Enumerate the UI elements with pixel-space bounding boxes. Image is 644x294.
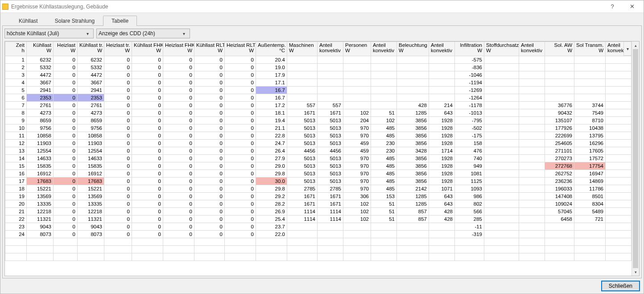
cell-temp[interactable]: 22.8: [256, 132, 287, 140]
cell-ak1[interactable]: 1114: [318, 215, 343, 223]
cell-ak4[interactable]: [519, 193, 545, 200]
cell-krlt[interactable]: 0: [194, 102, 225, 109]
col-header-heiztr[interactable]: Heizlast tr.W: [104, 42, 132, 56]
cell-heiztr[interactable]: 0: [104, 170, 132, 178]
cell-inf[interactable]: -1269: [455, 87, 484, 94]
cell-kfhk[interactable]: 0: [132, 178, 163, 185]
cell-pers[interactable]: [343, 56, 371, 64]
cell-ak5[interactable]: [606, 223, 632, 231]
cell-ak5[interactable]: [606, 208, 632, 215]
cell-ak2[interactable]: [371, 64, 397, 71]
cell-hrlt[interactable]: 0: [225, 208, 256, 215]
cell-ak2[interactable]: [371, 87, 397, 94]
cell-ak3[interactable]: [429, 64, 455, 71]
cell-soltr[interactable]: [574, 231, 606, 238]
cell-zeit[interactable]: 15: [5, 162, 27, 170]
cell-ak1[interactable]: [318, 64, 343, 71]
cell-bel[interactable]: 1285: [397, 193, 429, 200]
cell-kuehltr[interactable]: 13335: [78, 200, 104, 208]
cell-masch[interactable]: [287, 64, 318, 71]
table-row[interactable]: 109756097560000021.150135013970485385619…: [5, 124, 632, 132]
table-row[interactable]: 62353023530000016.7-1264: [5, 94, 632, 102]
cell-ak1[interactable]: 5013: [318, 162, 343, 170]
cell-inf[interactable]: 1081: [455, 170, 484, 178]
cell-ak3[interactable]: [429, 87, 455, 94]
cell-pers[interactable]: 970: [343, 162, 371, 170]
cell-ak3[interactable]: 1071: [429, 185, 455, 193]
cell-pers[interactable]: [343, 223, 371, 231]
cell-hrlt[interactable]: 0: [225, 178, 256, 185]
cell-stoff[interactable]: [484, 200, 519, 208]
cell-heiztr[interactable]: 0: [104, 162, 132, 170]
cell-ak4[interactable]: [519, 124, 545, 132]
cell-inf[interactable]: -575: [455, 56, 484, 64]
cell-soltr[interactable]: [574, 56, 606, 64]
cell-soltr[interactable]: 17754: [574, 162, 606, 170]
cell-ak2[interactable]: 485: [371, 124, 397, 132]
cell-zeit[interactable]: 8: [5, 109, 27, 117]
table-row[interactable]: 52941029410000016.7-1269: [5, 87, 632, 94]
cell-zeit[interactable]: 5: [5, 87, 27, 94]
cell-ak3[interactable]: [429, 223, 455, 231]
cell-masch[interactable]: 5013: [287, 178, 318, 185]
cell-bel[interactable]: 3856: [397, 140, 429, 147]
cell-inf[interactable]: 158: [455, 140, 484, 147]
cell-zeit[interactable]: 9: [5, 117, 27, 124]
cell-masch[interactable]: [287, 231, 318, 238]
cell-ak5[interactable]: [606, 117, 632, 124]
cell-krlt[interactable]: 0: [194, 178, 225, 185]
cell-pers[interactable]: [343, 231, 371, 238]
cell-heiztr[interactable]: 0: [104, 223, 132, 231]
table-row[interactable]: 12119030119030000024.7501350134592303856…: [5, 140, 632, 147]
cell-temp[interactable]: 28.2: [256, 200, 287, 208]
cell-temp[interactable]: 29.8: [256, 185, 287, 193]
cell-bel[interactable]: 3856: [397, 170, 429, 178]
cell-ak5[interactable]: [606, 200, 632, 208]
cell-pers[interactable]: 970: [343, 124, 371, 132]
cell-hrlt[interactable]: 0: [225, 215, 256, 223]
cell-inf[interactable]: -11: [455, 223, 484, 231]
cell-pers[interactable]: 459: [343, 147, 371, 155]
cell-krlt[interactable]: 0: [194, 170, 225, 178]
cell-kuehl[interactable]: 3667: [27, 79, 54, 87]
col-header-zeit[interactable]: Zeith: [5, 42, 27, 56]
cell-ak1[interactable]: [318, 79, 343, 87]
cell-masch[interactable]: 5013: [287, 170, 318, 178]
cell-kuehltr[interactable]: 17683: [78, 178, 104, 185]
cell-hrlt[interactable]: 0: [225, 193, 256, 200]
cell-zeit[interactable]: 14: [5, 155, 27, 162]
cell-krlt[interactable]: 0: [194, 94, 225, 102]
cell-kuehl[interactable]: 2761: [27, 102, 54, 109]
cell-pers[interactable]: [343, 64, 371, 71]
cell-ak2[interactable]: 230: [371, 147, 397, 155]
cell-ak5[interactable]: [606, 94, 632, 102]
cell-inf[interactable]: 285: [455, 215, 484, 223]
cell-ak4[interactable]: [519, 79, 545, 87]
cell-ak3[interactable]: [429, 79, 455, 87]
cell-soltr[interactable]: 8710: [574, 117, 606, 124]
cell-ak3[interactable]: 1928: [429, 117, 455, 124]
cell-heiz[interactable]: 0: [54, 223, 78, 231]
cell-heiz[interactable]: 0: [54, 162, 78, 170]
cell-temp[interactable]: 16.7: [256, 94, 287, 102]
cell-soltr[interactable]: [574, 71, 606, 79]
cell-masch[interactable]: [287, 87, 318, 94]
cell-bel[interactable]: 857: [397, 208, 429, 215]
cell-ak3[interactable]: 1928: [429, 140, 455, 147]
cell-kuehl[interactable]: 8659: [27, 117, 54, 124]
cell-ak2[interactable]: 153: [371, 193, 397, 200]
cell-ak2[interactable]: 485: [371, 155, 397, 162]
cell-masch[interactable]: 5013: [287, 117, 318, 124]
table-row[interactable]: 19135690135690000029.2167116713061531285…: [5, 193, 632, 200]
cell-soltr[interactable]: [574, 64, 606, 71]
cell-hfhk[interactable]: 0: [163, 132, 194, 140]
cell-hfhk[interactable]: 0: [163, 193, 194, 200]
col-header-ak3[interactable]: Anteilkonvektiv: [429, 42, 455, 56]
cell-solaw[interactable]: [545, 94, 574, 102]
cell-kuehltr[interactable]: 15221: [78, 185, 104, 193]
cell-heiz[interactable]: 0: [54, 124, 78, 132]
cell-kuehl[interactable]: 15221: [27, 185, 54, 193]
cell-inf[interactable]: -1264: [455, 94, 484, 102]
cell-ak2[interactable]: [371, 102, 397, 109]
cell-heiz[interactable]: 0: [54, 215, 78, 223]
